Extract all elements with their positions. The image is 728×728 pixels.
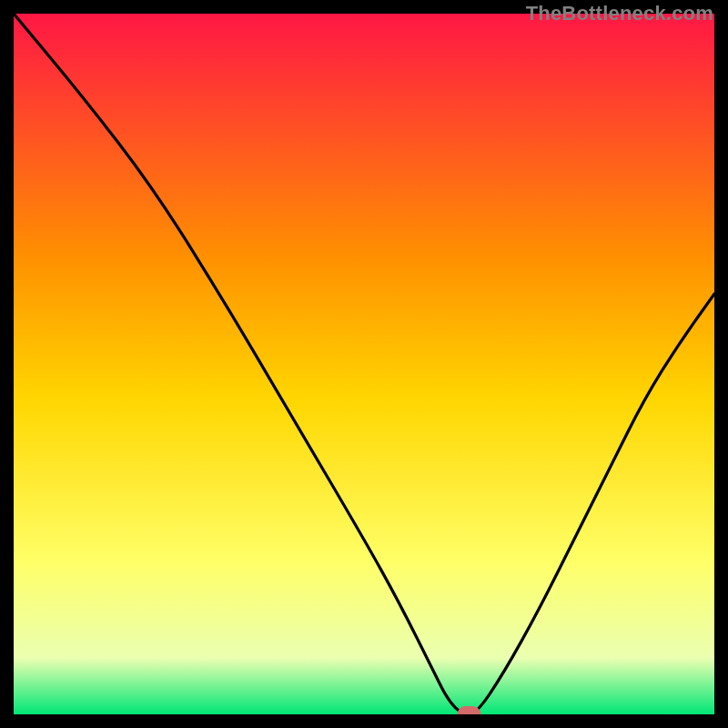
watermark-label: TheBottleneck.com bbox=[526, 2, 713, 25]
chart-frame: TheBottleneck.com bbox=[0, 0, 728, 728]
gradient-background bbox=[14, 14, 714, 714]
plot-area bbox=[14, 14, 714, 714]
bottleneck-chart bbox=[14, 14, 714, 714]
